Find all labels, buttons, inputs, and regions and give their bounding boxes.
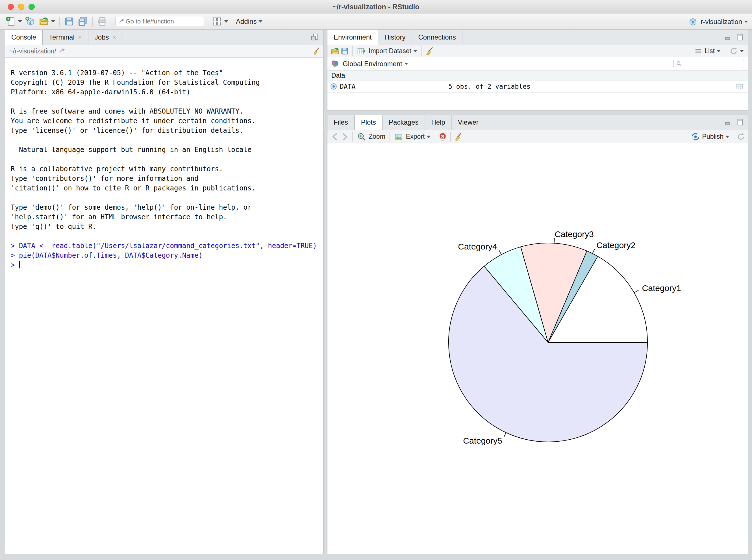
console-line: R is a collaborative project with many c… (11, 164, 323, 174)
pane-layout-button[interactable] (211, 16, 228, 27)
pie-label-category4: Category4 (458, 242, 497, 251)
console-line (11, 155, 323, 164)
export-plot-button[interactable]: Export (394, 132, 430, 142)
open-folder-icon (38, 16, 49, 27)
console-line: R version 3.6.1 (2019-07-05) -- "Action … (11, 68, 323, 78)
tab-plots[interactable]: Plots (354, 115, 383, 130)
project-cube-icon: R (688, 17, 698, 26)
toolbar-separator (59, 17, 60, 26)
open-file-button[interactable] (38, 16, 55, 27)
tab-packages-label: Packages (389, 118, 419, 126)
maximize-pane-icon[interactable] (310, 33, 319, 42)
next-plot-icon[interactable] (340, 132, 349, 142)
publish-caret-icon (726, 136, 729, 138)
save-button[interactable] (64, 16, 75, 27)
tab-viewer[interactable]: Viewer (452, 115, 485, 130)
toolbar-separator (352, 46, 352, 56)
clear-console-broom-icon[interactable] (312, 47, 320, 55)
tab-packages[interactable]: Packages (383, 115, 425, 130)
pie-label-tick (592, 249, 595, 254)
publish-icon (691, 132, 700, 141)
load-workspace-icon[interactable] (330, 46, 340, 56)
pane-layout-caret-icon (224, 20, 228, 23)
remove-plot-icon[interactable] (438, 132, 447, 142)
console-line: You are welcome to redistribute it under… (11, 116, 323, 126)
data-section-header: Data (327, 71, 748, 81)
new-project-button[interactable]: R (25, 16, 36, 27)
pie-label-category3: Category3 (554, 229, 593, 239)
console-line: Copyright (C) 2019 The R Foundation for … (11, 78, 323, 87)
tab-terminal-close-icon[interactable]: × (78, 34, 82, 41)
project-caret-icon (744, 21, 748, 23)
publish-label: Publish (702, 133, 724, 140)
tab-jobs[interactable]: Jobs × (88, 30, 123, 45)
zoom-magnifier-icon (357, 132, 366, 142)
list-view-button[interactable]: List (694, 47, 720, 55)
project-selector[interactable]: R r-visualization (688, 14, 748, 30)
save-workspace-icon[interactable] (340, 46, 349, 56)
tab-connections[interactable]: Connections (412, 30, 462, 45)
minimize-pane-icon[interactable] (724, 118, 733, 126)
publish-button[interactable]: Publish (691, 132, 729, 141)
refresh-plot-icon[interactable] (737, 133, 745, 141)
export-label: Export (406, 133, 425, 140)
new-project-icon: R (25, 16, 36, 27)
object-summary: 5 obs. of 2 variables (448, 83, 530, 90)
tab-viewer-label: Viewer (458, 118, 479, 126)
addins-label: Addins (236, 18, 257, 25)
pie-label-tick (504, 433, 506, 437)
environment-tabbar: Environment History Connections (327, 30, 748, 45)
column-divider (446, 81, 446, 93)
console-body[interactable]: R version 3.6.1 (2019-07-05) -- "Action … (5, 57, 323, 554)
tab-environment[interactable]: Environment (327, 30, 378, 45)
console-line: Type 'license()' or 'licence()' for dist… (11, 126, 323, 135)
environment-object-row[interactable]: DATA 5 obs. of 2 variables (327, 81, 748, 93)
expand-object-icon[interactable] (330, 82, 338, 91)
print-button[interactable] (97, 16, 108, 27)
global-environment-label[interactable]: Global Environment (343, 60, 402, 68)
goto-file-input[interactable] (125, 18, 201, 25)
open-file-caret-icon (51, 20, 55, 23)
view-table-icon[interactable] (735, 82, 744, 91)
global-environment-caret-icon[interactable] (404, 63, 408, 65)
save-icon (64, 16, 75, 27)
console-tabbar: Console Terminal × Jobs × (5, 30, 323, 45)
open-in-window-icon[interactable] (59, 47, 66, 55)
environment-search-input[interactable] (682, 60, 741, 67)
environment-search-box[interactable] (673, 59, 744, 68)
toolbar-separator (450, 132, 451, 142)
console-line (11, 232, 323, 241)
tab-jobs-label: Jobs (95, 33, 109, 41)
clear-environment-broom-icon[interactable] (425, 46, 434, 56)
refresh-environment-button[interactable] (729, 47, 744, 55)
previous-plot-icon[interactable] (330, 132, 340, 142)
tab-files[interactable]: Files (327, 115, 354, 130)
save-all-button[interactable] (77, 16, 88, 27)
tab-help-label: Help (431, 118, 445, 126)
import-dataset-button[interactable]: Import Dataset (357, 46, 417, 56)
import-dataset-icon (357, 46, 366, 56)
tab-files-label: Files (333, 118, 348, 126)
environment-pane: Environment History Connections (327, 30, 748, 111)
maximize-pane-icon[interactable] (736, 118, 744, 126)
addins-caret-icon (259, 20, 262, 23)
tab-console[interactable]: Console (5, 30, 43, 45)
new-file-button[interactable] (5, 16, 22, 27)
tab-plots-label: Plots (361, 118, 376, 126)
tab-jobs-close-icon[interactable]: × (112, 34, 116, 41)
export-caret-icon (427, 136, 430, 138)
minimize-pane-icon[interactable] (724, 33, 733, 41)
tab-history[interactable]: History (378, 30, 412, 45)
console-line (11, 135, 323, 145)
goto-file-box[interactable] (115, 16, 204, 27)
clear-plots-broom-icon[interactable] (453, 132, 463, 142)
tab-help[interactable]: Help (425, 115, 451, 130)
toolbar-separator (435, 132, 435, 142)
console-line: Type 'contributors()' for more informati… (11, 174, 323, 183)
maximize-pane-icon[interactable] (736, 33, 744, 41)
list-view-icon (694, 47, 702, 55)
addins-button[interactable]: Addins (233, 18, 262, 25)
tab-terminal[interactable]: Terminal × (43, 30, 88, 45)
zoom-plot-button[interactable]: Zoom (357, 132, 385, 142)
console-line: > DATA <- read.table("/Users/lsalazar/co… (11, 241, 323, 251)
